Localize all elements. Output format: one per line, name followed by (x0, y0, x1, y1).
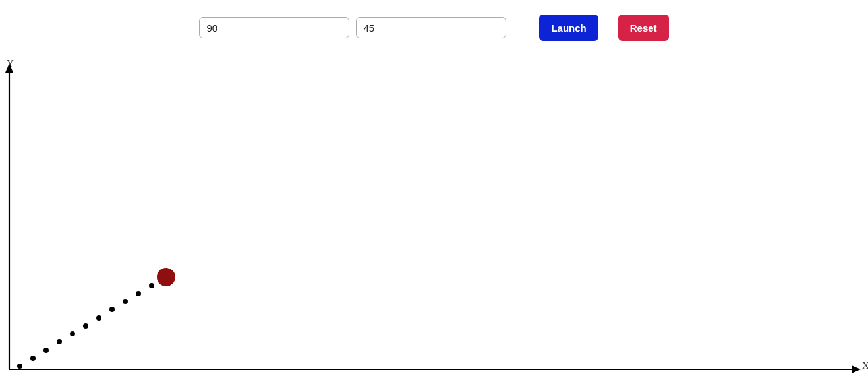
y-axis-arrowhead-icon (5, 63, 13, 73)
trace-dot (149, 283, 154, 288)
trace-dot (43, 348, 49, 353)
plot-area (0, 59, 868, 376)
trace-dot (109, 307, 115, 312)
angle-input[interactable] (356, 17, 506, 38)
controls-row: Launch Reset (0, 0, 868, 41)
projectile-ball (157, 268, 175, 286)
launch-button[interactable]: Launch (539, 15, 598, 41)
velocity-input[interactable] (199, 17, 349, 38)
trace-dot (57, 339, 62, 344)
trajectory-trace (17, 283, 154, 369)
reset-button[interactable]: Reset (618, 15, 669, 41)
plot-svg (0, 59, 868, 376)
trace-dot (136, 291, 141, 296)
trace-dot (123, 299, 128, 304)
trace-dot (17, 364, 22, 369)
trace-dot (83, 323, 88, 329)
trace-dot (70, 331, 75, 336)
trace-dot (30, 356, 36, 361)
trace-dot (96, 315, 101, 321)
x-axis-arrowhead-icon (852, 365, 861, 373)
